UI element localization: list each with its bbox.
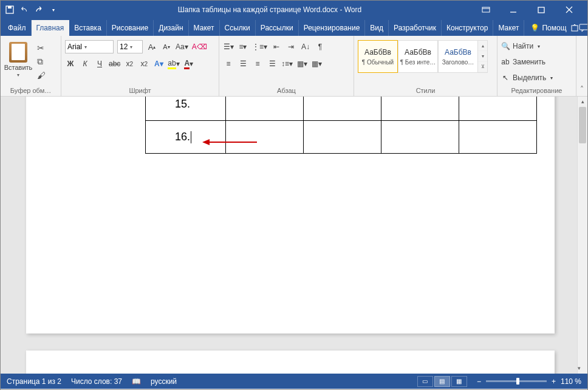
chevron-up-icon[interactable]: ▴ xyxy=(478,41,487,51)
font-size-combo[interactable]: 12▾ xyxy=(117,40,143,53)
borders-icon[interactable]: ▦▾ xyxy=(311,58,322,70)
tell-me[interactable]: 💡 Помощ xyxy=(527,20,570,36)
table-cell[interactable] xyxy=(304,121,381,154)
comments-button[interactable] xyxy=(579,20,588,36)
style-no-spacing[interactable]: АаБбВв ¶ Без инте… xyxy=(398,40,438,73)
collapse-ribbon-icon[interactable]: ˄ xyxy=(576,36,587,96)
table-cell[interactable] xyxy=(459,121,537,154)
share-button[interactable] xyxy=(570,20,579,36)
document-area[interactable]: 15. 16. 17. 18. ▴ ▾ xyxy=(1,97,587,374)
zoom-slider[interactable] xyxy=(486,380,547,382)
tab-draw[interactable]: Рисование xyxy=(107,20,154,36)
tab-developer[interactable]: Разработчик xyxy=(389,20,442,36)
zoom-level[interactable]: 110 % xyxy=(561,377,581,386)
table-cell[interactable] xyxy=(304,97,381,121)
expand-icon[interactable]: ⊻ xyxy=(478,62,487,72)
align-left-icon[interactable]: ≡ xyxy=(223,58,234,70)
superscript-icon[interactable]: x2 xyxy=(138,58,149,70)
decrease-indent-icon[interactable]: ⇤ xyxy=(271,41,282,53)
scroll-down-icon[interactable]: ▾ xyxy=(578,363,581,374)
copy-icon[interactable]: ⧉ xyxy=(37,56,46,67)
close-icon[interactable] xyxy=(566,6,583,13)
align-right-icon[interactable]: ≡ xyxy=(252,58,263,70)
tab-insert[interactable]: Вставка xyxy=(69,20,107,36)
print-layout-icon[interactable]: ▤ xyxy=(434,376,450,387)
strike-button[interactable]: abc xyxy=(109,58,120,70)
minimize-icon[interactable] xyxy=(510,6,527,13)
tab-layout[interactable]: Макет xyxy=(189,20,220,36)
table-cell[interactable]: 16. xyxy=(146,121,226,154)
find-button[interactable]: 🔍Найти▾ xyxy=(501,39,572,53)
tab-references[interactable]: Ссылки xyxy=(220,20,256,36)
scroll-up-icon[interactable]: ▴ xyxy=(578,97,587,107)
maximize-icon[interactable] xyxy=(538,6,555,13)
replace-button[interactable]: abЗаменить xyxy=(501,55,572,69)
styles-gallery[interactable]: АаБбВв ¶ Обычный АаБбВв ¶ Без инте… АаБб… xyxy=(358,40,488,73)
word-count[interactable]: Число слов: 37 xyxy=(71,377,122,386)
format-painter-icon[interactable]: 🖌 xyxy=(37,70,46,80)
zoom-in-button[interactable]: + xyxy=(552,377,556,386)
page-2[interactable]: 17. 18. xyxy=(26,351,555,374)
bold-button[interactable]: Ж xyxy=(65,58,76,70)
table-row[interactable]: 16. xyxy=(146,121,537,154)
increase-indent-icon[interactable]: ⇥ xyxy=(285,41,296,53)
tab-file[interactable]: Файл xyxy=(3,20,32,36)
highlight-icon[interactable]: ab▾ xyxy=(168,58,179,70)
styles-scroll[interactable]: ▴▾⊻ xyxy=(478,40,488,73)
scroll-thumb[interactable] xyxy=(579,107,586,143)
numbering-icon[interactable]: ≡▾ xyxy=(238,41,248,53)
justify-icon[interactable]: ☰ xyxy=(267,58,278,70)
table-cell[interactable] xyxy=(226,97,304,121)
align-center-icon[interactable]: ☰ xyxy=(238,58,248,70)
tab-table-layout[interactable]: Макет xyxy=(493,20,524,36)
sort-icon[interactable]: A↓ xyxy=(300,41,311,53)
underline-button[interactable]: Ч xyxy=(94,58,105,70)
zoom-out-button[interactable]: − xyxy=(477,377,481,386)
tab-mailings[interactable]: Рассылки xyxy=(256,20,299,36)
chevron-down-icon[interactable]: ▾ xyxy=(478,51,487,61)
save-icon[interactable] xyxy=(5,5,14,14)
page-indicator[interactable]: Страница 1 из 2 xyxy=(7,377,61,386)
table-cell[interactable] xyxy=(381,97,459,121)
text-effects-icon[interactable]: A▾ xyxy=(153,58,164,70)
change-case-icon[interactable]: Aa▾ xyxy=(176,41,188,53)
select-button[interactable]: ↖Выделить▾ xyxy=(501,71,572,84)
table-cell[interactable] xyxy=(381,121,459,154)
tab-table-design[interactable]: Конструктор xyxy=(442,20,493,36)
read-mode-icon[interactable]: ▭ xyxy=(417,376,433,387)
web-layout-icon[interactable]: ▦ xyxy=(451,376,467,387)
table-cell[interactable] xyxy=(459,97,537,121)
redo-icon[interactable] xyxy=(35,5,43,14)
table-row[interactable]: 15. xyxy=(146,97,537,121)
multilevel-icon[interactable]: ⋮≡▾ xyxy=(252,41,267,53)
subscript-icon[interactable]: x2 xyxy=(124,58,135,70)
language-indicator[interactable]: русский xyxy=(151,377,177,386)
shrink-font-icon[interactable]: A▾ xyxy=(161,41,172,53)
undo-icon[interactable] xyxy=(20,5,29,14)
style-heading1[interactable]: АаБбВв Заголово… xyxy=(438,40,478,73)
style-normal[interactable]: АаБбВв ¶ Обычный xyxy=(358,40,398,73)
table-cell[interactable]: 15. xyxy=(146,97,226,121)
tab-review[interactable]: Рецензирование xyxy=(299,20,366,36)
ribbon-options-icon[interactable] xyxy=(482,7,499,13)
table-cell[interactable] xyxy=(226,121,304,154)
line-spacing-icon[interactable]: ↕≡▾ xyxy=(281,58,293,70)
tab-home[interactable]: Главная xyxy=(32,20,70,36)
zoom-thumb[interactable] xyxy=(516,378,519,385)
paste-button[interactable]: Вставить ▾ xyxy=(4,39,32,80)
show-marks-icon[interactable]: ¶ xyxy=(315,41,326,53)
shading-icon[interactable]: ▦▾ xyxy=(296,58,307,70)
font-color-icon[interactable]: A▾ xyxy=(183,58,194,70)
clear-format-icon[interactable]: A⌫ xyxy=(192,41,207,53)
cut-icon[interactable]: ✂ xyxy=(37,43,46,53)
grow-font-icon[interactable]: A▴ xyxy=(146,41,157,53)
font-name-combo[interactable]: Arial▾ xyxy=(65,40,114,53)
tab-design[interactable]: Дизайн xyxy=(154,20,188,36)
tab-view[interactable]: Вид xyxy=(365,20,389,36)
italic-button[interactable]: К xyxy=(80,58,91,70)
qat-customize-icon[interactable]: ▾ xyxy=(49,5,58,14)
bullets-icon[interactable]: ☰▾ xyxy=(223,41,234,53)
vertical-scrollbar[interactable]: ▴ ▾ xyxy=(577,97,587,374)
spell-check-icon[interactable]: 📖 xyxy=(132,377,141,386)
page-1[interactable]: 15. 16. xyxy=(26,97,555,334)
